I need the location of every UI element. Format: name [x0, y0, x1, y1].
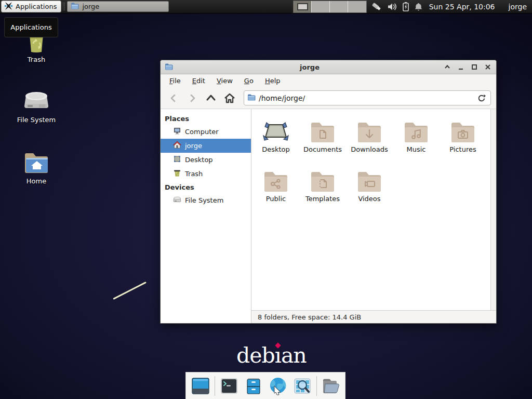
terminal-icon[interactable] — [219, 376, 240, 396]
xfce-menu-icon — [4, 2, 13, 12]
menu-go[interactable]: Go — [241, 75, 257, 86]
file-item-label: Templates — [305, 195, 340, 203]
desktop-icon-label: Home — [5, 177, 68, 185]
file-item-documents[interactable]: Documents — [299, 115, 346, 165]
desktop-icon-filesystem[interactable]: File System — [5, 88, 68, 124]
applications-menu-button[interactable]: Applications — [1, 1, 61, 12]
file-item-label: Public — [266, 195, 286, 203]
shade-button[interactable] — [443, 63, 451, 71]
desktop-icon-home[interactable]: Home — [5, 151, 68, 185]
toolbar: /home/jorge/ — [161, 87, 496, 109]
logo-text: an — [281, 343, 307, 368]
path-bar[interactable]: /home/jorge/ — [244, 90, 491, 105]
volume-icon[interactable] — [387, 2, 397, 11]
window-titlebar[interactable]: jorge — [161, 60, 496, 74]
file-item-videos[interactable]: Videos — [346, 165, 393, 214]
bottom-dock — [185, 372, 345, 399]
close-button[interactable] — [484, 63, 492, 71]
file-item-templates[interactable]: Templates — [299, 165, 346, 214]
file-manager-icon[interactable] — [243, 376, 264, 396]
sidebar-item-desktop[interactable]: Desktop — [161, 153, 251, 167]
sidebar-item-home[interactable]: jorge — [161, 139, 251, 153]
reload-button[interactable] — [476, 92, 487, 104]
file-item-downloads[interactable]: Downloads — [346, 115, 393, 165]
session-menu[interactable]: jorge — [509, 3, 527, 11]
desktop-trapezoid-icon — [263, 117, 289, 142]
minimize-button[interactable] — [457, 63, 465, 71]
file-item-music[interactable]: Music — [393, 115, 440, 165]
maximize-button[interactable] — [470, 63, 478, 71]
file-item-label: Documents — [303, 145, 342, 153]
removable-device-icon[interactable] — [371, 2, 382, 12]
application-finder-icon[interactable] — [292, 376, 313, 396]
taskbar-folder-icon — [71, 2, 79, 11]
workspace-4[interactable] — [348, 1, 366, 12]
sidebar-item-label: Computer — [185, 128, 219, 136]
sidebar-item-label: jorge — [185, 142, 202, 150]
file-item-public[interactable]: Public — [252, 165, 299, 214]
home-folder-icon — [5, 151, 68, 175]
applications-menu-label: Applications — [16, 3, 57, 10]
path-input[interactable]: /home/jorge/ — [259, 94, 473, 102]
forward-button[interactable] — [184, 91, 200, 105]
trash-icon — [173, 169, 181, 179]
sidebar-item-label: Desktop — [185, 156, 213, 164]
sidebar-item-trash[interactable]: Trash — [161, 167, 251, 181]
desktop-icon-label: Trash — [5, 56, 68, 63]
dock-separator — [316, 376, 317, 396]
statusbar: 8 folders, Free space: 14.4 GiB — [251, 310, 496, 323]
menu-help[interactable]: Help — [261, 75, 284, 86]
home-icon — [173, 141, 181, 151]
workspace-pager[interactable] — [293, 1, 367, 13]
wallpaper-swirl-line — [113, 282, 147, 300]
menubar: File Edit View Go Help — [161, 74, 496, 87]
battery-charging-icon[interactable] — [402, 2, 409, 11]
workspace-1[interactable] — [294, 1, 312, 12]
sidebar-item-label: Trash — [185, 170, 203, 178]
top-panel: Applications jorge — [0, 0, 532, 14]
file-item-desktop[interactable]: Desktop — [252, 115, 299, 165]
directory-menu-icon[interactable] — [321, 376, 341, 396]
taskbar-window-button[interactable]: jorge — [67, 1, 169, 12]
downloads-folder-icon — [357, 117, 382, 142]
menu-view[interactable]: View — [213, 75, 236, 86]
computer-icon — [173, 127, 181, 137]
sidebar-item-filesystem[interactable]: File System — [161, 193, 251, 207]
show-desktop-icon[interactable] — [190, 376, 211, 396]
applications-tooltip: Applications — [4, 17, 58, 37]
sidebar-header-places: Places — [161, 112, 251, 125]
menu-edit[interactable]: Edit — [189, 75, 209, 86]
music-folder-icon — [404, 117, 429, 142]
file-item-pictures[interactable]: Pictures — [440, 115, 486, 165]
workspace-2[interactable] — [312, 1, 330, 12]
menu-file[interactable]: File — [166, 75, 184, 86]
desktop-icon — [173, 155, 181, 165]
sidebar-item-computer[interactable]: Computer — [161, 125, 251, 139]
sidebar-header-devices: Devices — [161, 181, 251, 193]
file-manager-window: jorge File Edit View Go Help — [160, 60, 497, 324]
file-item-label: Desktop — [262, 145, 290, 153]
desktop-icon-label: File System — [5, 116, 68, 124]
taskbar-window-label: jorge — [82, 3, 99, 10]
home-button[interactable] — [222, 91, 237, 105]
file-item-label: Downloads — [351, 145, 388, 153]
back-button[interactable] — [166, 91, 181, 105]
public-folder-icon — [263, 167, 288, 192]
panel-clock[interactable]: Sun 25 Apr, 10:06 — [429, 3, 495, 11]
workspace-3[interactable] — [330, 1, 348, 12]
web-browser-icon[interactable] — [268, 376, 288, 396]
videos-folder-icon — [357, 167, 382, 192]
drive-icon — [173, 195, 181, 205]
statusbar-text: 8 folders, Free space: 14.4 GiB — [258, 313, 361, 321]
pictures-folder-icon — [450, 117, 475, 142]
dock-separator — [215, 376, 215, 396]
file-item-label: Music — [407, 145, 426, 153]
vertical-scrollbar[interactable] — [490, 109, 496, 310]
panel-handle[interactable] — [63, 3, 65, 10]
file-item-label: Pictures — [449, 145, 476, 153]
up-button[interactable] — [203, 91, 219, 105]
notification-bell-icon[interactable] — [414, 2, 423, 11]
window-title: jorge — [176, 63, 443, 71]
file-item-label: Videos — [358, 195, 380, 203]
window-folder-icon — [165, 62, 173, 72]
